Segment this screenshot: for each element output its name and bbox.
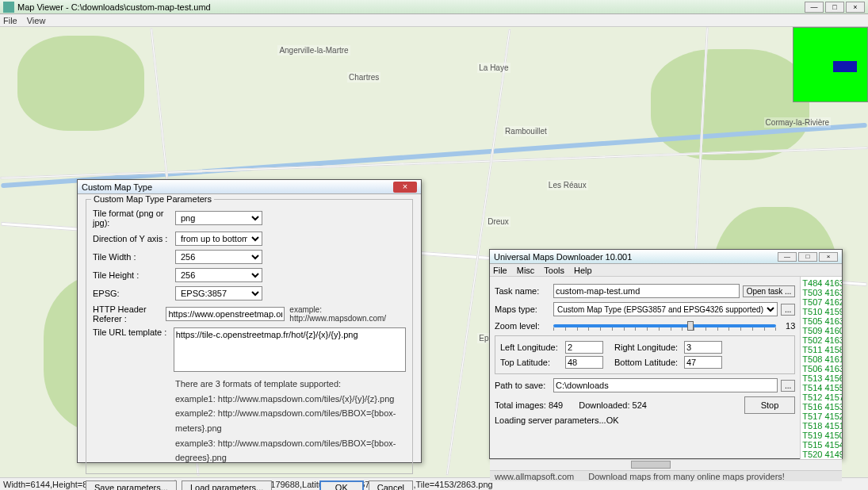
map-label: Rambouillet (503, 126, 549, 136)
menu-file[interactable]: File (3, 16, 17, 25)
epsg-label: EPSG: (93, 289, 175, 298)
map-forest (17, 36, 144, 131)
bottom-lat-label: Bottom Latitude: (614, 358, 681, 367)
tile-height-label: Tile Height : (93, 270, 175, 280)
save-parameters-button[interactable]: Save parameters... (86, 480, 177, 490)
downloader-menubar: File Misc Tools Help (490, 264, 842, 277)
zoom-slider[interactable] (553, 320, 776, 331)
browse-path-button[interactable]: ... (781, 380, 795, 392)
minimize-button[interactable]: — (778, 252, 797, 262)
minimize-button[interactable]: — (805, 2, 824, 13)
tile-format-select[interactable]: png (175, 211, 262, 225)
menu-file[interactable]: File (493, 266, 507, 275)
path-input[interactable] (553, 378, 778, 392)
close-button[interactable]: × (819, 252, 838, 262)
log-line: T511 4158/2853.png: OK (802, 345, 840, 354)
footer-tagline: Download maps from many online maps prov… (588, 472, 785, 481)
maximize-button[interactable]: □ (798, 252, 817, 262)
log-line: T508 4161/2853.png: OK (802, 354, 840, 364)
examples-heading: There are 3 formats of template supporte… (175, 377, 406, 392)
menu-tools[interactable]: Tools (544, 266, 564, 275)
referer-hint: example: http://www.mapsdown.com/ (289, 305, 406, 323)
dialog-title: Custom Map Type (82, 182, 393, 192)
loading-status: Loading server parameters...OK (495, 415, 795, 425)
y-direction-select[interactable]: from up to bottom (175, 232, 262, 246)
log-scrollbar[interactable] (490, 459, 842, 470)
left-long-input[interactable] (565, 341, 603, 354)
menu-misc[interactable]: Misc (517, 266, 535, 275)
y-direction-label: Direction of Y axis : (93, 234, 175, 243)
log-line: T509 4160/2853.png: OK (802, 326, 840, 335)
referer-input[interactable] (166, 307, 285, 321)
maps-type-options-button[interactable]: ... (781, 304, 795, 316)
path-label: Path to save: (495, 381, 550, 390)
downloaded-value: 524 (633, 400, 647, 410)
window-title: Map Viewer - C:\downloads\custom-map-tes… (17, 2, 805, 12)
task-name-input[interactable] (553, 284, 740, 298)
menu-help[interactable]: Help (574, 266, 592, 275)
log-line: T510 4159/2853.png: OK (802, 307, 840, 316)
task-name-label: Task name: (495, 286, 550, 296)
right-long-input[interactable] (684, 341, 722, 354)
log-line: T512 4157/2853.png: OK (802, 392, 840, 402)
log-line: T517 4152/2853.png: OK (802, 412, 840, 421)
bottom-lat-input[interactable] (684, 356, 722, 369)
tile-width-select[interactable]: 256 (175, 250, 262, 264)
stop-button[interactable]: Stop (744, 396, 796, 414)
coordinates-group: Left Longitude: Right Longitude: Top Lat… (495, 335, 795, 374)
downloader-footer: www.allmapsoft.com Download maps from ma… (490, 470, 842, 481)
minimap-viewport-rect (833, 61, 857, 72)
log-line: T505 4163/2854.png: OK (802, 316, 840, 326)
load-parameters-button[interactable]: Load parameters... (182, 480, 272, 490)
log-line: T506 4163/2853.png: OK (802, 364, 840, 373)
download-log[interactable]: T484 4163/2875.png: OKT503 4163/2856.png… (801, 277, 842, 459)
log-line: T516 4153/2853.png: OK (802, 402, 840, 412)
ok-button[interactable]: OK (319, 480, 364, 490)
zoom-level-label: Zoom level: (495, 321, 550, 331)
referer-label: HTTP Header Referer : (93, 304, 166, 323)
url-template-label: Tile URL template : (93, 327, 174, 337)
log-line: T503 4163/2856.png: OK (802, 288, 840, 297)
maps-type-label: Maps type: (495, 304, 550, 314)
example-line: example2: http://www.mapsdown.com/tiles/… (175, 406, 406, 435)
close-button[interactable]: × (846, 2, 865, 13)
parameters-group: Custom Map Type Parameters Tile format (… (86, 199, 413, 474)
map-label: La Haye (477, 63, 510, 73)
cancel-button[interactable]: Cancel (369, 480, 413, 490)
map-road (0, 147, 867, 179)
footer-site: www.allmapsoft.com (495, 472, 574, 481)
group-legend: Custom Map Type Parameters (91, 194, 214, 204)
example-line: example1: http://www.mapsdown.com/tiles/… (175, 392, 406, 407)
menu-view[interactable]: View (27, 16, 46, 25)
open-task-button[interactable]: Open task ... (743, 285, 796, 297)
dialog-title: Universal Maps Downloader 10.001 (494, 252, 778, 262)
map-label: Cormay-la-Rivière (764, 117, 832, 128)
map-label: Chartres (347, 72, 380, 82)
log-line: T507 4162/2853.png: OK (802, 297, 840, 307)
total-value: 849 (549, 400, 563, 410)
epsg-select[interactable]: EPSG:3857 (175, 286, 262, 301)
map-forest (651, 49, 809, 160)
example-line: example3: http://www.mapsdown.com/tiles/… (175, 436, 406, 465)
tile-height-select[interactable]: 256 (175, 268, 262, 282)
url-template-input[interactable]: https://tile-c.openstreetmap.fr/hot/{z}/… (174, 327, 406, 372)
log-line: T513 4156/2853.png: OK (802, 373, 840, 383)
log-line: T518 4151/2853.png: OK (802, 421, 840, 431)
minimap[interactable] (793, 27, 868, 102)
close-icon[interactable]: × (393, 182, 417, 193)
map-label: Les Réaux (547, 180, 588, 190)
log-line: T520 4149/2853.png: OK (802, 450, 840, 459)
top-lat-input[interactable] (565, 356, 603, 369)
log-line: T502 4163/2857.png: OK (802, 335, 840, 345)
log-line: T514 4155/2853.png: OK (802, 383, 840, 392)
zoom-value: 13 (779, 321, 795, 331)
downloaded-label: Downloaded: (579, 400, 629, 410)
main-menubar: File View (0, 14, 868, 27)
map-label: Angerville-la-Martre (277, 45, 350, 56)
maps-type-select[interactable]: Custom Map Type (EPSG3857 and EPSG4326 s… (553, 302, 778, 316)
log-line: T484 4163/2875.png: OK (802, 278, 840, 288)
downloader-dialog: Universal Maps Downloader 10.001 — □ × F… (489, 249, 843, 459)
right-long-label: Right Longitude: (614, 343, 681, 352)
total-label: Total images: (495, 400, 546, 410)
maximize-button[interactable]: □ (825, 2, 844, 13)
